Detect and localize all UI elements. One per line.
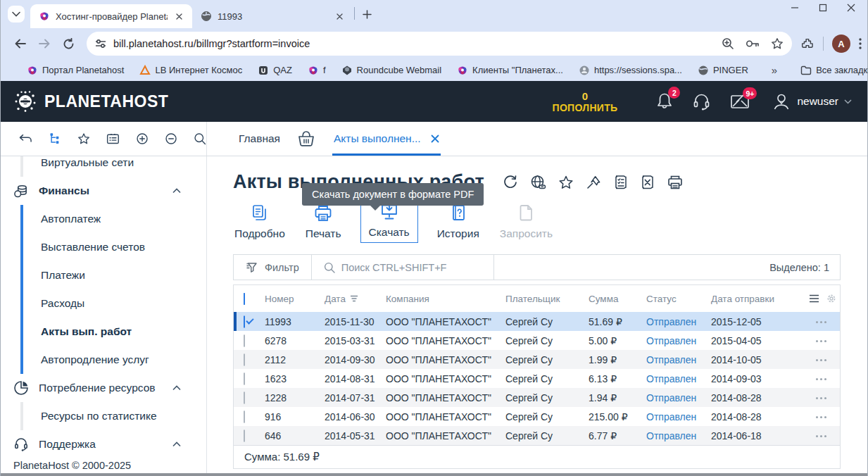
cell-status[interactable]: Отправлен: [646, 411, 711, 422]
table-row[interactable]: 646 2014-05-31 ООО "ПЛАНЕТАХОСТ" Сергей …: [234, 426, 840, 445]
reload-button[interactable]: [58, 34, 78, 54]
browser-profile-avatar[interactable]: A: [832, 35, 850, 53]
bookmark-pinger[interactable]: PINGER: [693, 65, 753, 76]
bookmark-sessions[interactable]: https://sessions.spa...: [574, 65, 687, 76]
bookmark-star-icon[interactable]: [771, 37, 784, 50]
sidebar-section-support[interactable]: Поддержка: [1, 430, 206, 458]
sidebar-item-acts[interactable]: Акты вып. работ: [23, 318, 206, 346]
export-excel-icon[interactable]: [640, 174, 655, 190]
sidebar-section-finance[interactable]: Финансы: [1, 177, 206, 205]
row-checkbox[interactable]: [244, 430, 245, 442]
table-row[interactable]: 6278 2015-03-31 ООО "ПЛАНЕТАХОСТ" Сергей…: [234, 331, 840, 350]
filter-button[interactable]: Фильтр: [234, 255, 311, 280]
favorite-star-icon[interactable]: [558, 175, 574, 190]
row-checkbox[interactable]: [244, 411, 245, 423]
sidebar-item-autopay[interactable]: Автоплатеж: [23, 205, 206, 233]
print-icon[interactable]: [667, 175, 684, 190]
row-checkbox[interactable]: [244, 372, 245, 385]
table-row[interactable]: 2112 2014-09-30 ООО "ПЛАНЕТАХОСТ" Сергей…: [234, 350, 840, 369]
sidebar-item-invoicing[interactable]: Выставление счетов: [23, 233, 206, 261]
table-row[interactable]: 11993 2015-11-30 ООО "ПЛАНЕТАХОСТ" Серге…: [234, 312, 840, 331]
request-button[interactable]: Запросить: [498, 201, 554, 243]
cart-icon[interactable]: [297, 130, 315, 147]
row-checkbox[interactable]: [244, 392, 245, 404]
nav-tasks-icon[interactable]: [106, 132, 120, 146]
report-list-icon[interactable]: [613, 174, 628, 190]
col-amount[interactable]: Сумма: [589, 294, 646, 304]
messages-button[interactable]: 9+: [729, 92, 750, 111]
cell-status[interactable]: Отправлен: [646, 316, 711, 327]
col-company[interactable]: Компания: [386, 294, 505, 304]
browser-menu-icon[interactable]: [859, 38, 862, 49]
tab-close-button[interactable]: [173, 11, 185, 23]
address-bar[interactable]: bill.planetahost.ru/billmgr?startform=in…: [87, 32, 792, 56]
bookmark-qaz[interactable]: QAZ: [253, 65, 297, 76]
password-key-icon[interactable]: [746, 39, 760, 49]
notifications-button[interactable]: 2: [655, 92, 674, 111]
details-button[interactable]: Подробно: [233, 201, 287, 243]
bookmark-lb-internet-kosmos[interactable]: LB Интернет Космос: [134, 65, 247, 76]
cell-status[interactable]: Отправлен: [646, 354, 711, 365]
row-checkbox[interactable]: [244, 334, 245, 347]
table-settings-gear-icon[interactable]: [826, 294, 836, 303]
browser-tab-planetahost[interactable]: Хостинг-провайдер PlanetaHo: [30, 4, 192, 28]
rows-menu-icon[interactable]: [809, 294, 819, 303]
row-checkbox[interactable]: [244, 315, 245, 328]
table-row[interactable]: 1623 2014-08-31 ООО "ПЛАНЕТАХОСТ" Сергей…: [234, 369, 840, 388]
minimize-button[interactable]: [790, 3, 800, 13]
tab-main[interactable]: Главная: [239, 132, 280, 145]
bookmark-klienty-planetahost[interactable]: Клиенты "Планетах...: [452, 65, 568, 76]
refresh-icon[interactable]: [503, 175, 518, 190]
cell-status[interactable]: Отправлен: [646, 373, 711, 384]
nav-back-icon[interactable]: [18, 132, 32, 145]
back-button[interactable]: [11, 34, 30, 54]
row-menu-icon[interactable]: [816, 320, 829, 323]
zoom-icon[interactable]: [722, 37, 734, 50]
col-payer[interactable]: Плательщик: [505, 294, 589, 304]
tab-close-icon[interactable]: [431, 134, 439, 143]
cell-status[interactable]: Отправлен: [646, 335, 711, 346]
sidebar-item-stats-resources[interactable]: Ресурсы по статистике: [23, 402, 206, 430]
nav-zoom-out-icon[interactable]: [165, 131, 177, 146]
history-button[interactable]: История: [436, 201, 481, 243]
row-menu-icon[interactable]: [816, 377, 829, 380]
sidebar-item-virtual-networks[interactable]: Виртуальные сети: [23, 156, 206, 177]
select-all-checkbox[interactable]: [244, 293, 245, 305]
user-menu[interactable]: newuser: [772, 92, 852, 111]
row-checkbox[interactable]: [244, 353, 245, 366]
col-status[interactable]: Статус: [646, 294, 711, 304]
nav-zoom-in-icon[interactable]: [136, 131, 149, 146]
close-window-button[interactable]: [846, 3, 856, 13]
maximize-button[interactable]: [818, 3, 828, 13]
row-menu-icon[interactable]: [816, 396, 829, 399]
row-menu-icon[interactable]: [816, 339, 829, 342]
nav-search-icon[interactable]: [194, 131, 206, 146]
cell-status[interactable]: Отправлен: [646, 392, 711, 403]
table-row[interactable]: 916 2014-06-30 ООО "ПЛАНЕТАХОСТ" Сергей …: [234, 407, 840, 426]
topup-button[interactable]: ПОПОЛНИТЬ: [553, 102, 618, 113]
bookmarks-overflow-button[interactable]: »: [765, 64, 784, 76]
support-button[interactable]: [692, 92, 711, 111]
all-bookmarks-button[interactable]: Все закладки: [795, 65, 868, 76]
sidebar-item-expenses[interactable]: Расходы: [23, 289, 206, 318]
search-input[interactable]: Поиск CTRL+SHIFT+F: [312, 255, 493, 280]
sidebar-item-autorenewal[interactable]: Автопродление услуг: [23, 346, 206, 374]
table-row[interactable]: 1228 2014-07-31 ООО "ПЛАНЕТАХОСТ" Сергей…: [234, 388, 840, 407]
tab-close-button[interactable]: [334, 11, 346, 23]
pin-icon[interactable]: [586, 175, 601, 190]
bookmark-roundcube[interactable]: Roundcube Webmail: [336, 65, 446, 76]
forward-button[interactable]: [34, 34, 54, 54]
extensions-icon[interactable]: [800, 37, 814, 51]
globe-link-icon[interactable]: [530, 175, 546, 190]
cell-status[interactable]: Отправлен: [646, 430, 711, 441]
browser-tab-11993[interactable]: 11993: [192, 4, 353, 28]
col-number[interactable]: Номер: [265, 294, 325, 304]
col-date[interactable]: Дата: [325, 294, 346, 304]
nav-tree-icon[interactable]: [49, 131, 61, 146]
nav-star-icon[interactable]: [77, 131, 90, 146]
col-sent[interactable]: Дата отправки: [711, 294, 809, 304]
sidebar-item-payments[interactable]: Платежи: [23, 261, 206, 289]
balance-block[interactable]: 0 ПОПОЛНИТЬ: [553, 90, 618, 113]
bookmark-f[interactable]: f: [303, 65, 331, 76]
tab-search-button[interactable]: [8, 6, 25, 23]
